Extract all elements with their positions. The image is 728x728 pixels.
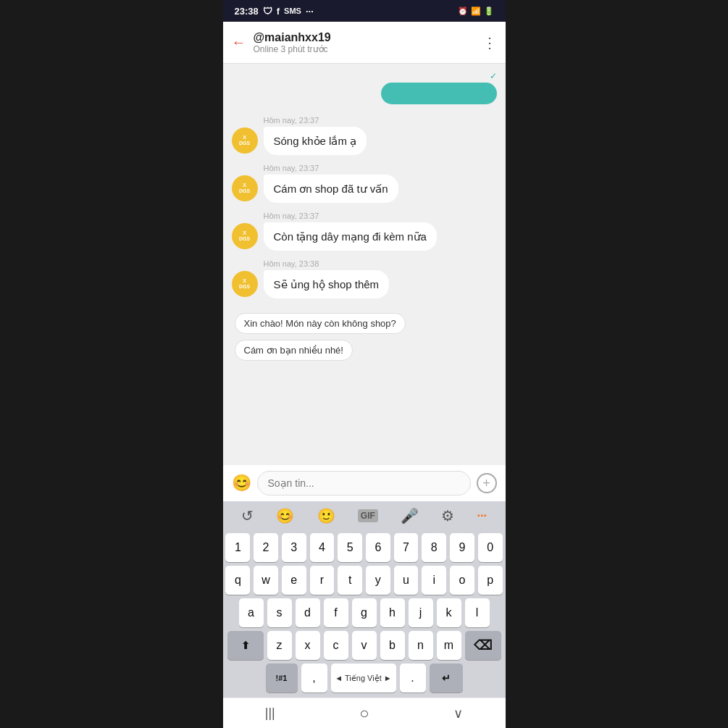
key-enter[interactable]: ↵ [430, 664, 463, 693]
key-period[interactable]: . [400, 664, 426, 693]
wifi-icon: 📶 [471, 7, 481, 16]
key-row-qwerty: q w e r t y u i o p [226, 566, 503, 595]
key-shift[interactable]: ⬆ [227, 631, 264, 660]
outgoing-message-partial [381, 83, 497, 104]
key-language[interactable]: ◄ Tiếng Việt ► [331, 664, 396, 693]
status-icons: ⏰ 📶 🔋 [458, 7, 494, 16]
message-content-4: Hôm nay, 23:38 Sẽ ủng hộ shop thêm [264, 259, 390, 298]
message-time-4: Hôm nay, 23:38 [264, 259, 390, 268]
key-c[interactable]: c [324, 631, 348, 660]
key-t[interactable]: t [338, 566, 362, 595]
key-b[interactable]: b [380, 631, 405, 660]
key-q[interactable]: q [225, 566, 250, 595]
key-l[interactable]: l [465, 598, 490, 627]
facebook-icon: f [277, 6, 280, 17]
key-s[interactable]: s [267, 598, 292, 627]
contact-info: @maianhxx19 Online 3 phút trước [254, 31, 482, 54]
nav-recent-apps[interactable]: ||| [265, 706, 275, 721]
nav-back[interactable]: ∨ [453, 706, 463, 721]
chat-area: ✓ XDGS Hôm nay, 23:37 Sóng khỏe lắm ạ XD… [223, 64, 506, 464]
message-time-3: Hôm nay, 23:37 [264, 212, 437, 220]
key-row-numbers: 1 2 3 4 5 6 7 8 9 0 [226, 533, 503, 562]
key-4[interactable]: 4 [310, 533, 335, 562]
key-backspace[interactable]: ⌫ [465, 631, 501, 660]
keyboard-toolbar: ↺ 😊 🙂 GIF 🎤 ⚙ ··· [223, 501, 506, 530]
key-z[interactable]: z [267, 631, 292, 660]
more-dots-icon: ··· [306, 6, 314, 17]
key-i[interactable]: i [422, 566, 446, 595]
key-x[interactable]: x [296, 631, 320, 660]
settings-icon[interactable]: ⚙ [441, 507, 454, 524]
key-e[interactable]: e [282, 566, 306, 595]
key-symbol[interactable]: !#1 [266, 664, 298, 693]
read-check-icon: ✓ [490, 71, 497, 81]
message-time-1: Hôm nay, 23:37 [264, 116, 367, 125]
nav-home[interactable]: ○ [359, 704, 369, 723]
key-3[interactable]: 3 [282, 533, 306, 562]
quick-reply-1[interactable]: Xin chào! Món này còn không shop? [235, 313, 406, 334]
message-content-3: Hôm nay, 23:37 Còn tặng dây mạng đi kèm … [264, 212, 437, 251]
key-w[interactable]: w [254, 566, 278, 595]
contact-status: Online 3 phút trước [254, 44, 482, 54]
avatar-3: XDGS [232, 223, 258, 249]
key-8[interactable]: 8 [422, 533, 446, 562]
key-row-asdf: a s d f g h j k l [226, 598, 503, 627]
key-5[interactable]: 5 [338, 533, 362, 562]
key-h[interactable]: h [380, 598, 405, 627]
key-o[interactable]: o [450, 566, 474, 595]
mic-icon[interactable]: 🎤 [401, 507, 419, 524]
key-f[interactable]: f [324, 598, 348, 627]
message-content-2: Hôm nay, 23:37 Cám ơn shop đã tư vấn [264, 164, 398, 203]
key-comma[interactable]: , [301, 664, 327, 693]
shield-icon: 🛡 [263, 6, 272, 17]
key-r[interactable]: r [310, 566, 335, 595]
message-bubble-2: Cám ơn shop đã tư vấn [264, 175, 398, 203]
key-n[interactable]: n [409, 631, 433, 660]
more-options-button[interactable]: ⋮ [482, 34, 497, 51]
translate-icon[interactable]: ↺ [241, 507, 254, 524]
key-7[interactable]: 7 [394, 533, 419, 562]
quick-replies: Xin chào! Món này còn không shop? Cám ơn… [232, 307, 497, 367]
keyboard: 1 2 3 4 5 6 7 8 9 0 q w e r t y u i o p … [223, 530, 506, 698]
message-input-area: 😊 + [223, 464, 506, 501]
back-button[interactable]: ← [232, 34, 246, 51]
avatar-1: XDGS [232, 127, 258, 154]
key-0[interactable]: 0 [478, 533, 503, 562]
emoji-toolbar-icon[interactable]: 😊 [276, 507, 294, 524]
gif-icon[interactable]: GIF [358, 509, 378, 522]
key-1[interactable]: 1 [225, 533, 250, 562]
message-content-1: Hôm nay, 23:37 Sóng khỏe lắm ạ [264, 116, 367, 155]
key-u[interactable]: u [394, 566, 419, 595]
key-2[interactable]: 2 [254, 533, 278, 562]
key-g[interactable]: g [352, 598, 377, 627]
sticker-icon[interactable]: 🙂 [317, 507, 335, 524]
message-group-2: XDGS Hôm nay, 23:37 Cám ơn shop đã tư vấ… [232, 164, 497, 203]
message-group-1: XDGS Hôm nay, 23:37 Sóng khỏe lắm ạ [232, 116, 497, 155]
contact-name: @maianhxx19 [254, 31, 482, 44]
key-y[interactable]: y [366, 566, 390, 595]
key-6[interactable]: 6 [366, 533, 390, 562]
key-a[interactable]: a [239, 598, 264, 627]
more-toolbar-icon[interactable]: ··· [477, 509, 487, 522]
key-v[interactable]: v [352, 631, 377, 660]
quick-reply-2[interactable]: Cám ơn bạn nhiều nhé! [235, 340, 353, 361]
key-9[interactable]: 9 [450, 533, 474, 562]
key-j[interactable]: j [409, 598, 433, 627]
add-attachment-button[interactable]: + [477, 473, 497, 493]
key-m[interactable]: m [437, 631, 461, 660]
message-bubble-3: Còn tặng dây mạng đi kèm nữa [264, 222, 437, 251]
emoji-button[interactable]: 😊 [232, 474, 251, 493]
key-row-zxcv: ⬆ z x c v b n m ⌫ [226, 631, 503, 660]
time-display: 23:38 [235, 6, 259, 17]
key-k[interactable]: k [437, 598, 461, 627]
message-bubble-4: Sẽ ủng hộ shop thêm [264, 270, 390, 298]
message-time-2: Hôm nay, 23:37 [264, 164, 398, 172]
message-bubble-1: Sóng khỏe lắm ạ [264, 127, 367, 155]
key-row-bottom: !#1 , ◄ Tiếng Việt ► . ↵ [226, 664, 503, 693]
message-input[interactable] [257, 471, 471, 495]
key-d[interactable]: d [296, 598, 320, 627]
key-p[interactable]: p [478, 566, 503, 595]
status-time: 23:38 🛡 f SMS ··· [235, 6, 314, 17]
chat-header: ← @maianhxx19 Online 3 phút trước ⋮ [223, 22, 506, 64]
avatar-4: XDGS [232, 271, 258, 297]
